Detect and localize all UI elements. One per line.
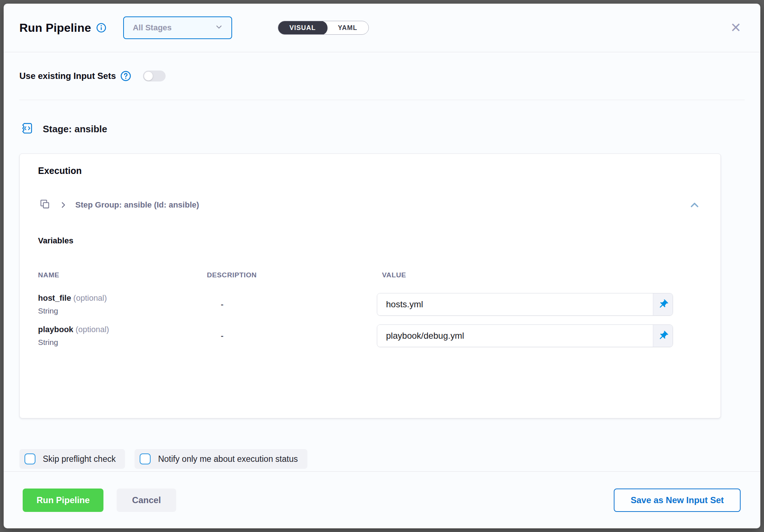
stage-select-value: All Stages (133, 23, 171, 33)
column-header-description: DESCRIPTION (207, 271, 377, 279)
step-group-row[interactable]: Step Group: ansible (Id: ansible) (38, 197, 702, 213)
pin-icon[interactable] (653, 293, 673, 315)
use-existing-input-sets-label: Use existing Input Sets (19, 71, 116, 81)
value-input-group (377, 293, 673, 316)
value-input-group (377, 324, 673, 347)
variable-type: String (38, 338, 207, 347)
input-sets-toggle-switch[interactable] (143, 71, 166, 81)
variable-optional-tag: (optional) (76, 325, 109, 334)
dialog-header: Run Pipeline All Stages VISUAL YAML ✕ (4, 4, 760, 52)
section-divider (19, 100, 745, 100)
chevron-down-icon (215, 23, 223, 33)
variable-name-cell: playbook (optional) String (38, 325, 207, 347)
notify-only-me-option[interactable]: Notify only me about execution status (135, 449, 307, 469)
chevron-right-icon[interactable] (59, 201, 67, 209)
variables-title: Variables (38, 236, 702, 246)
host-file-value-input[interactable] (377, 293, 653, 315)
table-row: playbook (optional) String - (38, 324, 702, 347)
run-pipeline-dialog: Run Pipeline All Stages VISUAL YAML ✕ U (4, 4, 760, 528)
skip-preflight-option[interactable]: Skip preflight check (19, 449, 125, 469)
dialog-body: Use existing Input Sets Stage: ansi (4, 52, 760, 471)
use-existing-input-sets-row: Use existing Input Sets (19, 71, 745, 81)
tab-visual[interactable]: VISUAL (278, 21, 328, 35)
help-icon[interactable] (120, 71, 131, 81)
step-group-label: Step Group: ansible (Id: ansible) (75, 200, 199, 210)
skip-preflight-checkbox[interactable] (24, 453, 35, 464)
variable-name: host_file (38, 293, 71, 303)
playbook-value-input[interactable] (377, 325, 653, 347)
execution-card: Execution Step Group: ansible (Id: ansib… (19, 153, 721, 418)
variable-optional-tag: (optional) (73, 293, 107, 303)
dialog-footer: Run Pipeline Cancel Save as New Input Se… (4, 471, 760, 528)
stage-select-dropdown[interactable]: All Stages (123, 16, 232, 39)
variable-name-cell: host_file (optional) String (38, 293, 207, 315)
variable-description: - (207, 331, 377, 341)
run-pipeline-button[interactable]: Run Pipeline (23, 489, 103, 512)
stage-name-label: Stage: ansible (43, 123, 107, 135)
column-header-value: VALUE (377, 271, 702, 279)
skip-preflight-label: Skip preflight check (43, 454, 116, 464)
info-icon[interactable] (96, 23, 106, 33)
notify-only-me-checkbox[interactable] (140, 453, 151, 464)
cancel-button[interactable]: Cancel (117, 489, 176, 512)
variable-type: String (38, 307, 207, 315)
variable-description: - (207, 300, 377, 309)
save-as-new-input-set-button[interactable]: Save as New Input Set (614, 489, 741, 512)
toggle-knob (144, 71, 153, 81)
stage-header-row: Stage: ansible (19, 121, 745, 137)
tab-yaml[interactable]: YAML (327, 21, 368, 34)
notify-only-me-label: Notify only me about execution status (158, 454, 298, 464)
table-row: host_file (optional) String - (38, 293, 702, 316)
chevron-up-icon[interactable] (687, 197, 702, 213)
visual-yaml-toggle: VISUAL YAML (278, 21, 368, 35)
column-header-name: NAME (38, 271, 207, 279)
stage-icon (19, 121, 33, 137)
variables-table-header: NAME DESCRIPTION VALUE (38, 271, 702, 279)
execution-title: Execution (38, 166, 702, 176)
step-group-icon (38, 198, 51, 212)
variable-name: playbook (38, 325, 73, 334)
page-title: Run Pipeline (19, 21, 91, 35)
close-icon[interactable]: ✕ (726, 19, 746, 37)
execution-options-row: Skip preflight check Notify only me abou… (19, 449, 745, 469)
pin-icon[interactable] (653, 325, 673, 347)
